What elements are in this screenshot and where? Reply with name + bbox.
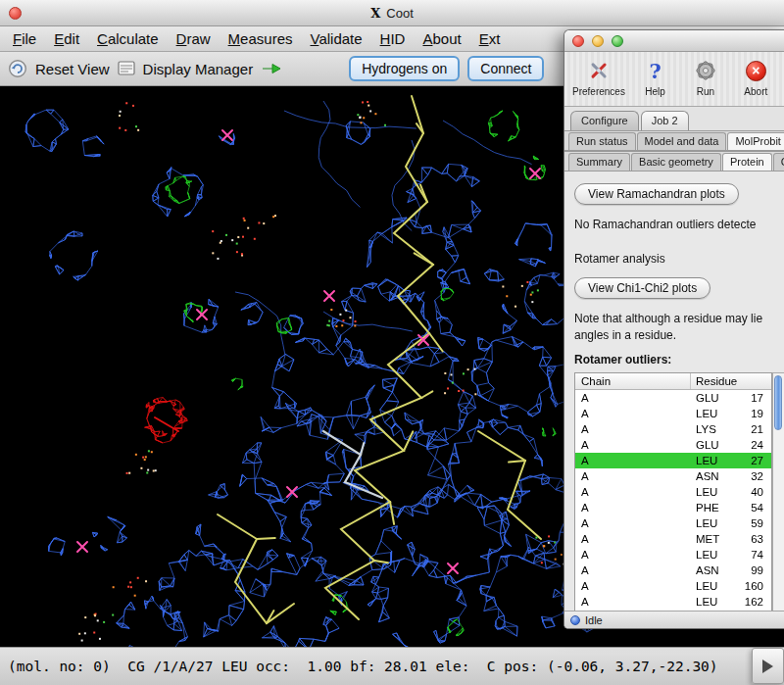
rotamer-row[interactable]: A LYS 21 bbox=[575, 421, 771, 437]
menu-item[interactable]: Edit bbox=[45, 28, 88, 49]
rotamer-table-body: A GLU 17 A LEU 19 A LYS bbox=[575, 390, 771, 610]
result-tab-bar: Run status Model and data MolProbit bbox=[564, 130, 784, 151]
tab-run-status[interactable]: Run status bbox=[568, 132, 636, 150]
rotamer-chain: A bbox=[575, 563, 691, 578]
window-title: Coot bbox=[386, 6, 413, 21]
table-scrollbar[interactable] bbox=[772, 372, 784, 611]
scrollbar-thumb[interactable] bbox=[774, 375, 782, 430]
rotamer-number: 24 bbox=[730, 437, 771, 453]
menu-item[interactable]: HID bbox=[371, 28, 415, 49]
rotamer-row[interactable]: A LEU 59 bbox=[575, 515, 771, 531]
rotamer-row[interactable]: A LEU 40 bbox=[575, 484, 771, 500]
tab-configure[interactable]: Configure bbox=[570, 111, 639, 130]
preferences-button[interactable]: Preferences bbox=[572, 57, 625, 106]
rotamer-chain: A bbox=[575, 390, 691, 406]
reset-view-icon[interactable] bbox=[8, 59, 27, 78]
menu-item[interactable]: File bbox=[4, 28, 45, 49]
rotamer-row[interactable]: A LEU 74 bbox=[575, 547, 771, 563]
help-button[interactable]: ? Help bbox=[635, 57, 675, 106]
go-arrow-icon[interactable] bbox=[261, 62, 282, 75]
menu-item[interactable]: Draw bbox=[168, 28, 220, 49]
close-button[interactable] bbox=[572, 35, 584, 47]
menu-item[interactable]: Measures bbox=[220, 28, 302, 49]
rotamer-residue: LEU bbox=[691, 578, 730, 594]
hydrogens-toggle-button[interactable]: Hydrogens on bbox=[349, 56, 460, 81]
abort-label: Abort bbox=[744, 86, 767, 97]
menu-item[interactable]: Calculate bbox=[88, 28, 168, 49]
view-ramachandran-plots-button[interactable]: View Ramachandran plots bbox=[574, 183, 739, 205]
rotamer-number: 99 bbox=[730, 563, 771, 578]
ramachandran-result-text: No Ramachandran outliers detecte bbox=[574, 218, 784, 231]
menu-item[interactable]: Ext bbox=[470, 28, 510, 49]
rotamer-chain: A bbox=[575, 484, 691, 500]
tab-basic-geometry[interactable]: Basic geometry bbox=[631, 153, 721, 171]
rotamer-note-line1: Note that although a residue may lie bbox=[574, 312, 784, 325]
tab-protein[interactable]: Protein bbox=[722, 153, 772, 171]
view-chi1-chi2-plots-button[interactable]: View Chi1-Chi2 plots bbox=[574, 277, 710, 299]
rotamer-chain: A bbox=[575, 468, 691, 484]
atom-status-text: (mol. no: 0) CG /1/A/27 LEU occ: 1.00 bf… bbox=[8, 659, 718, 674]
abort-icon: × bbox=[746, 57, 766, 84]
abort-button[interactable]: × Abort bbox=[736, 57, 776, 106]
rotamer-chain: A bbox=[575, 500, 691, 515]
rotamer-row[interactable]: A GLU 17 bbox=[575, 390, 771, 406]
rotamer-residue: GLU bbox=[691, 437, 730, 453]
display-manager-button[interactable]: Display Manager bbox=[143, 61, 254, 77]
rotamer-residue: MET bbox=[691, 531, 730, 547]
rotamer-chain: A bbox=[575, 578, 691, 594]
rotamer-chain: A bbox=[575, 594, 691, 610]
rotamer-residue: ASN bbox=[691, 468, 730, 484]
rotamer-row[interactable]: A LEU 27 bbox=[575, 453, 771, 468]
drawer-arrow-icon bbox=[762, 660, 773, 673]
rotamer-number: 59 bbox=[730, 515, 771, 531]
menu-item[interactable]: Validate bbox=[301, 28, 370, 49]
zoom-button[interactable] bbox=[612, 35, 623, 47]
close-button[interactable] bbox=[9, 7, 22, 20]
rotamer-row[interactable]: A MET 63 bbox=[575, 531, 771, 547]
rotamer-table-header[interactable]: Chain Residue bbox=[575, 373, 771, 390]
job-tab-bar: Configure Job 2 bbox=[564, 107, 784, 130]
rotamer-residue: GLU bbox=[691, 390, 730, 406]
rotamer-row[interactable]: A PHE 54 bbox=[575, 500, 771, 515]
tab-summary[interactable]: Summary bbox=[568, 153, 630, 171]
tab-model-and-data[interactable]: Model and data bbox=[637, 132, 727, 150]
phenix-status-text: Idle bbox=[585, 614, 603, 626]
display-manager-icon[interactable] bbox=[118, 61, 135, 76]
drawer-handle[interactable] bbox=[752, 648, 784, 684]
rotamer-residue: LEU bbox=[691, 453, 730, 468]
reset-view-button[interactable]: Reset View bbox=[35, 61, 110, 77]
rotamer-row[interactable]: A ASN 32 bbox=[575, 468, 771, 484]
phenix-toolbar: Preferences ? Help Run × Abort bbox=[564, 52, 784, 107]
tab-molprobity[interactable]: MolProbit bbox=[727, 132, 784, 150]
help-label: Help bbox=[645, 86, 665, 97]
rotamer-row[interactable]: A LEU 160 bbox=[575, 578, 771, 594]
preferences-label: Preferences bbox=[572, 86, 625, 97]
rotamer-number: 21 bbox=[730, 421, 771, 437]
rotamer-residue: LEU bbox=[691, 594, 730, 610]
rotamer-row[interactable]: A LEU 19 bbox=[575, 406, 771, 421]
phenix-statusbar: Idle bbox=[564, 611, 784, 628]
rotamer-number: 27 bbox=[730, 453, 771, 468]
run-label: Run bbox=[697, 86, 714, 97]
protein-validation-panel: View Ramachandran plots No Ramachandran … bbox=[564, 171, 784, 611]
run-button[interactable]: Run bbox=[685, 57, 725, 106]
coot-statusbar: (mol. no: 0) CG /1/A/27 LEU occ: 1.00 bf… bbox=[0, 647, 784, 685]
rotamer-outlier-table: Chain Residue A GLU 17 A LEU bbox=[574, 372, 772, 611]
rotamer-residue: LEU bbox=[691, 515, 730, 531]
rotamer-chain: A bbox=[575, 453, 691, 468]
rotamer-row[interactable]: A GLU 24 bbox=[575, 437, 771, 453]
column-header-chain[interactable]: Chain bbox=[575, 373, 691, 389]
rotamer-residue: PHE bbox=[691, 500, 730, 515]
menu-item[interactable]: About bbox=[414, 28, 469, 49]
tab-job-2[interactable]: Job 2 bbox=[641, 111, 689, 130]
rotamer-chain: A bbox=[575, 547, 691, 563]
x11-icon: X bbox=[370, 6, 380, 21]
minimize-button[interactable] bbox=[592, 35, 604, 47]
rotamer-row[interactable]: A LEU 162 bbox=[575, 594, 771, 610]
rotamer-number: 17 bbox=[730, 390, 771, 406]
rotamer-number: 19 bbox=[730, 406, 771, 421]
connect-button[interactable]: Connect bbox=[467, 56, 544, 81]
tab-clashes[interactable]: C bbox=[773, 153, 784, 171]
rotamer-row[interactable]: A ASN 99 bbox=[575, 563, 771, 578]
column-header-residue[interactable]: Residue bbox=[691, 375, 771, 387]
